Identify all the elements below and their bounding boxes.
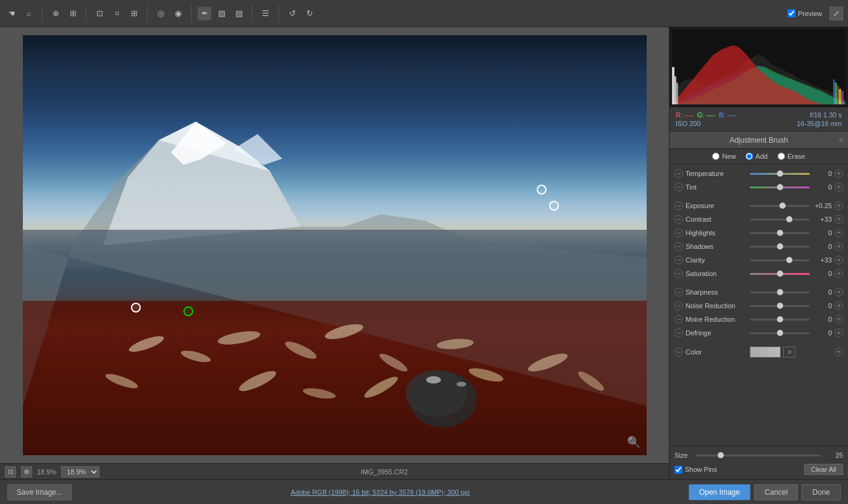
tint-plus[interactable]: + [834, 183, 843, 191]
contrast-plus[interactable]: + [834, 215, 843, 224]
rotate-ccw-tool[interactable]: ↺ [285, 7, 299, 20]
eyedropper-tool[interactable]: ⊕ [49, 7, 62, 20]
color-swatch[interactable] [750, 346, 781, 358]
defringe-plus[interactable]: + [834, 329, 843, 337]
noise-reduction-plus[interactable]: + [834, 301, 843, 310]
tool-separator-4 [191, 5, 191, 22]
mode-add[interactable]: Add [745, 153, 768, 160]
canvas-wrapper[interactable]: 🔍 [0, 27, 669, 463]
cancel-button[interactable]: Cancel [754, 484, 798, 500]
exposure-plus[interactable]: + [834, 201, 843, 210]
sharpness-plus[interactable]: + [834, 288, 843, 296]
hand-tool[interactable]: ☚ [5, 7, 19, 20]
mode-new[interactable]: New [712, 153, 736, 160]
expand-button[interactable]: ⤢ [829, 7, 843, 20]
saturation-slider[interactable] [750, 269, 810, 279]
contrast-minus[interactable]: − [674, 215, 683, 224]
panel-menu-icon[interactable]: ≡ [839, 136, 843, 145]
range-mask-tool[interactable]: ▧ [232, 7, 246, 20]
preview-toggle[interactable]: Preview [787, 9, 822, 17]
preview-checkbox[interactable] [787, 9, 796, 17]
svg-rect-29 [676, 83, 678, 104]
camera-info: R: ---- G: ---- B: ---- f/16 1.30 s ISO … [670, 107, 848, 132]
filename-label: IMG_3955.CR2 [104, 468, 664, 476]
color-plus[interactable]: + [834, 348, 843, 356]
gradient-tool[interactable]: ▨ [215, 7, 229, 20]
mode-erase[interactable]: Erase [778, 153, 805, 160]
temperature-slider[interactable] [750, 169, 810, 178]
contrast-label: Contrast [686, 216, 747, 223]
shadows-value: 0 [812, 243, 832, 250]
moire-reduction-label: Moire Reduction [686, 316, 747, 323]
moire-reduction-plus[interactable]: + [834, 315, 843, 324]
sharpness-slider[interactable] [750, 287, 810, 297]
redeye-tool[interactable]: ◉ [171, 7, 185, 20]
mode-radio-group: New Add Erase [670, 149, 848, 164]
svg-rect-30 [833, 80, 835, 104]
sharpness-minus[interactable]: − [674, 288, 683, 296]
zoom-select[interactable]: 18.9% 25% 50% 100% [61, 466, 99, 477]
open-image-button[interactable]: Open Image [689, 484, 750, 500]
highlights-slider[interactable] [750, 228, 810, 238]
tint-slider[interactable] [750, 182, 810, 192]
noise-reduction-slider[interactable] [750, 301, 810, 311]
rotate-cw-tool[interactable]: ↻ [303, 7, 316, 20]
defringe-minus[interactable]: − [674, 329, 683, 337]
save-image-button[interactable]: Save Image... [7, 484, 72, 500]
aperture-value: f/16 [810, 111, 821, 119]
temperature-minus[interactable]: − [674, 169, 683, 178]
clarity-plus[interactable]: + [834, 256, 843, 264]
retouch-tool[interactable]: ◎ [154, 7, 167, 20]
saturation-row: − Saturation 0 + [670, 267, 848, 280]
color-sampler-tool[interactable]: ⊞ [66, 7, 80, 20]
zoom-to-fit-button[interactable]: ⊞ [21, 466, 32, 477]
tool-separator-2 [86, 5, 86, 22]
panel-header: Adjustment Brush ≡ [670, 132, 848, 149]
defringe-value: 0 [812, 329, 832, 337]
brush-tool[interactable]: ✒ [198, 7, 211, 20]
rgb-values: R: ---- G: ---- B: ---- [676, 111, 758, 119]
color-clear-button[interactable]: ✕ [783, 346, 796, 358]
clear-all-button[interactable]: Clear All [804, 464, 843, 475]
histogram-chart [672, 30, 846, 104]
canvas-statusbar: ⊡ ⊞ 18.9% 18.9% 25% 50% 100% IMG_3955.CR… [0, 463, 669, 479]
noise-reduction-value: 0 [812, 302, 832, 309]
contrast-slider[interactable] [750, 214, 810, 224]
svg-rect-27 [672, 67, 674, 105]
zoom-tool[interactable]: ⌕ [22, 7, 36, 20]
done-button[interactable]: Done [802, 484, 841, 500]
tint-minus[interactable]: − [674, 183, 683, 191]
saturation-plus[interactable]: + [834, 269, 843, 278]
crop-tool[interactable]: ⊡ [93, 7, 106, 20]
saturation-minus[interactable]: − [674, 269, 683, 278]
shadows-minus[interactable]: − [674, 242, 683, 251]
shadows-slider[interactable] [750, 242, 810, 251]
image-info-link[interactable]: Adobe RGB (1998); 16 bit; 5324 by 3578 (… [291, 489, 470, 496]
defringe-slider[interactable] [750, 328, 810, 338]
highlights-minus[interactable]: − [674, 229, 683, 237]
shadows-plus[interactable]: + [834, 242, 843, 251]
shadows-label: Shadows [686, 243, 747, 250]
exposure-slider[interactable] [750, 201, 810, 211]
zoom-icon[interactable]: 🔍 [627, 435, 640, 449]
clarity-slider[interactable] [750, 255, 810, 265]
fit-screen-button[interactable]: ⊡ [5, 466, 16, 477]
exposure-label: Exposure [686, 202, 747, 209]
straighten-tool[interactable]: ⌗ [110, 7, 124, 20]
b-label: B: ---- [719, 111, 736, 119]
clarity-minus[interactable]: − [674, 256, 683, 264]
moire-reduction-slider[interactable] [750, 314, 810, 324]
exposure-minus[interactable]: − [674, 201, 683, 210]
show-pins-checkbox[interactable] [674, 466, 682, 474]
noise-reduction-minus[interactable]: − [674, 301, 683, 310]
highlights-plus[interactable]: + [834, 229, 843, 237]
toolbar: ☚ ⌕ ⊕ ⊞ ⊡ ⌗ ⊞ ◎ ◉ ✒ ▨ ▧ ☰ ↺ ↻ Preview ⤢ [0, 0, 848, 27]
color-minus[interactable]: − [674, 348, 683, 356]
size-slider[interactable] [695, 450, 821, 460]
temperature-plus[interactable]: + [834, 169, 843, 178]
list-icon[interactable]: ☰ [259, 7, 272, 20]
moire-reduction-minus[interactable]: − [674, 315, 683, 324]
transform-tool[interactable]: ⊞ [127, 7, 141, 20]
photo-canvas[interactable]: 🔍 [23, 35, 647, 455]
svg-rect-34 [841, 91, 844, 104]
